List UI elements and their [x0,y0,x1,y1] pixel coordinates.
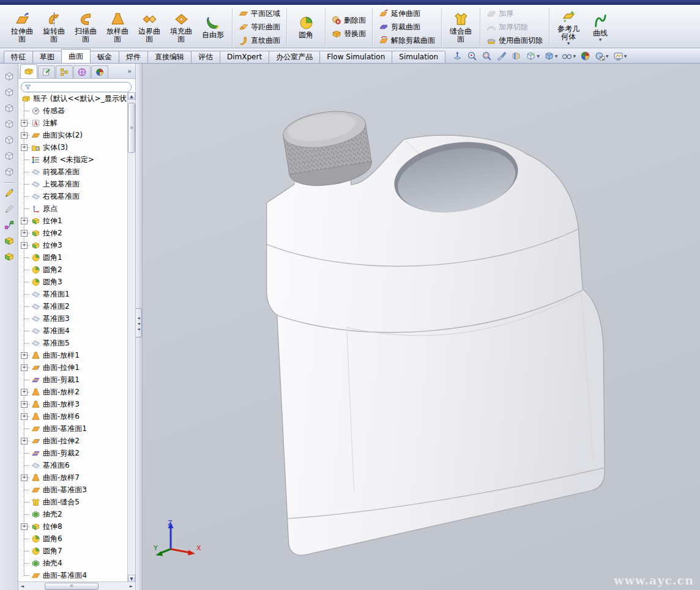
horizontal-scroll-thumb[interactable]: ≡ [45,583,99,590]
surface-extrude-tool-button[interactable] [2,234,16,248]
sketch-3d-button[interactable] [2,186,16,200]
tree-item[interactable]: 圆角3 [18,276,128,288]
tree-item[interactable]: 基准面5 [18,337,128,349]
tab-sheet-metal[interactable]: 钣金 [90,51,119,63]
fillet-button[interactable]: 圆角 [290,13,322,40]
tree-filter-input[interactable] [34,83,128,91]
replace-face-button[interactable]: 替换面 [329,27,369,40]
scroll-left-arrow-icon[interactable]: ◄ [18,584,26,589]
expand-toggle[interactable]: + [21,120,28,127]
thicken-button[interactable]: 加厚 [483,7,516,20]
tree-horizontal-scrollbar[interactable]: ◄ ≡ ► [18,581,135,590]
expand-toggle[interactable]: + [21,523,28,530]
tree-item[interactable]: +曲面-放样3 [18,398,128,410]
tree-root-item[interactable]: 瓶子 (默认<<默认>_显示状 [18,92,128,105]
tree-item[interactable]: +曲面-拉伸1 [18,361,128,374]
view-orientation-button-dropdown-icon[interactable]: ▼ [537,54,540,58]
tab-weldments[interactable]: 焊件 [119,51,148,63]
view-back-button[interactable] [2,86,16,99]
tree-item[interactable]: 前视基准面 [18,166,128,178]
tree-item[interactable]: 右视基准面 [18,190,128,202]
expand-toggle[interactable]: + [21,144,28,151]
tree-item[interactable]: +实体(3) [18,141,128,153]
tree-item[interactable]: +拉伸2 [18,227,128,239]
panel-collapse-handle[interactable]: ◄ ◄ ◄ [136,308,142,337]
view-left-button[interactable] [2,101,16,115]
curves-button[interactable]: 曲线▼ [584,12,616,43]
zoom-fit-button[interactable] [466,50,478,62]
view-orientation-button[interactable]: ▼ [524,50,541,62]
sketch-button[interactable] [2,202,16,216]
tree-item[interactable]: 上视基准面 [18,178,128,190]
configurationmanager-tab[interactable] [56,65,73,78]
dimxpertmanager-tab[interactable] [73,65,91,78]
tree-item[interactable]: 曲面-基准面1 [18,422,128,435]
previous-view-button[interactable] [495,50,508,62]
expand-toggle[interactable]: + [21,474,28,481]
tab-simulation[interactable]: Simulation [392,51,445,63]
expand-toggle[interactable]: + [21,242,28,249]
offset-surface-button[interactable]: 等距曲面 [236,20,283,34]
expand-toggle[interactable]: + [21,352,28,359]
displaymanager-tab[interactable] [91,65,108,78]
tree-item[interactable]: 基准面2 [18,300,128,312]
tree-item[interactable]: 基准面6 [18,459,128,471]
revolved-surface-button[interactable]: 旋转曲面 [38,10,70,45]
vertical-scroll-thumb[interactable]: ≡ [128,103,135,153]
tree-item[interactable]: 圆角2 [18,264,128,276]
display-style-button-dropdown-icon[interactable]: ▼ [555,54,558,58]
tree-item[interactable]: 传感器 [18,105,128,117]
extrude-tool-button[interactable] [2,250,16,264]
display-style-button[interactable]: ▼ [543,50,559,62]
view-settings-button[interactable]: ▼ [594,50,610,62]
expand-toggle[interactable]: + [21,132,28,139]
cut-with-surface-button[interactable]: 使用曲面切除 [483,34,546,47]
tree-item[interactable]: +拉伸1 [18,215,128,227]
tree-item[interactable]: 抽壳2 [18,508,128,520]
tree-item[interactable]: 圆角7 [18,545,128,557]
scroll-up-arrow-icon[interactable]: ▲ [128,92,135,100]
tree-item[interactable]: 基准面3 [18,312,128,325]
expand-toggle[interactable]: + [21,401,28,408]
tab-dimxpert[interactable]: DimXpert [220,51,269,63]
panel-overflow-button[interactable]: » [127,67,132,75]
tree-item[interactable]: +曲面实体(2) [18,129,128,141]
tab-flow-simulation[interactable]: Flow Simulation [319,51,392,63]
view-bottom-button[interactable] [2,149,16,163]
propertymanager-tab[interactable] [38,65,55,78]
tree-item[interactable]: 材质 <未指定> [18,153,128,166]
filled-surface-button[interactable]: 填充曲面 [165,10,197,45]
hide-show-items-button[interactable]: ▼ [560,50,577,62]
expand-toggle[interactable]: + [21,389,28,396]
tree-item[interactable]: 基准面4 [18,325,128,337]
trim-surface-button[interactable]: 剪裁曲面 [376,20,423,34]
section-view-button[interactable] [510,50,523,62]
tree-item[interactable]: +曲面-放样2 [18,386,128,398]
expand-toggle[interactable]: + [21,218,28,224]
scroll-right-arrow-icon[interactable]: ► [127,584,135,589]
apply-scene-button[interactable] [579,50,592,62]
view-front-button[interactable] [2,70,16,83]
tree-item[interactable]: 圆角6 [18,533,128,545]
reference-geometry-button[interactable]: 参考几何体▼ [553,7,584,46]
route-sketch-button[interactable] [2,218,16,232]
thickened-cut-button[interactable]: 加厚切除 [483,20,531,34]
tree-item[interactable]: 曲面-剪裁2 [18,447,128,459]
view-right-button[interactable] [2,117,16,131]
tree-item[interactable]: 圆角1 [18,251,128,264]
ruled-surface-button[interactable]: 直纹曲面 [236,34,283,47]
expand-toggle[interactable]: + [21,438,28,444]
expand-toggle[interactable]: + [21,230,28,237]
tree-item[interactable]: +A注解 [18,117,128,129]
featuremanager-tab[interactable] [20,64,37,78]
reference-geometry-button-dropdown-icon[interactable]: ▼ [567,42,570,45]
freeform-button[interactable]: 自由形 [197,13,229,40]
hide-show-items-button-dropdown-icon[interactable]: ▼ [573,54,576,58]
tree-item[interactable]: 曲面-缝合5 [18,496,128,508]
delete-face-button[interactable]: 删除面 [329,13,369,27]
planar-surface-button[interactable]: 平面区域 [236,7,283,20]
normal-to-button[interactable] [451,50,464,62]
zoom-area-button[interactable] [480,50,493,62]
extruded-surface-button[interactable]: 拉伸曲面 [6,10,38,45]
camera-button-dropdown-icon[interactable]: ▼ [624,54,627,58]
